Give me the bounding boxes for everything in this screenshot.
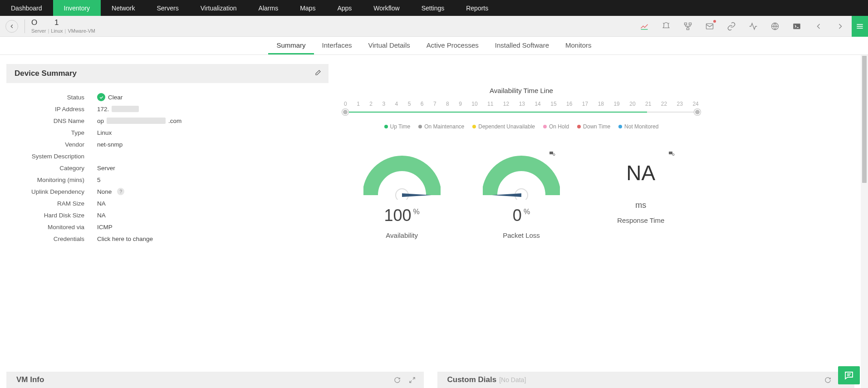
sysdesc-label: System Description bbox=[6, 153, 97, 160]
tab-monitors[interactable]: Monitors bbox=[557, 37, 600, 54]
device-summary-table: StatusClear IP Address172. DNS Nameop.co… bbox=[6, 83, 329, 245]
monitoring-value: 5 bbox=[97, 177, 101, 183]
nav-alarms[interactable]: Alarms bbox=[248, 0, 289, 16]
nav-servers[interactable]: Servers bbox=[146, 0, 189, 16]
refresh-icon[interactable] bbox=[824, 377, 831, 383]
nav-reports[interactable]: Reports bbox=[455, 0, 499, 16]
tick: 4 bbox=[395, 101, 398, 107]
tick: 17 bbox=[582, 101, 588, 107]
nodata-label: [No Data] bbox=[499, 376, 526, 383]
timeline-legend: Up TimeOn MaintenanceDependent Unavailab… bbox=[342, 123, 701, 130]
legend-label: On Maintenance bbox=[424, 123, 464, 130]
nav-apps[interactable]: Apps bbox=[326, 0, 363, 16]
activity-icon[interactable] bbox=[748, 21, 758, 31]
expand-icon[interactable] bbox=[409, 377, 416, 383]
tab-summary[interactable]: Summary bbox=[268, 37, 314, 54]
nav-network[interactable]: Network bbox=[101, 0, 146, 16]
legend-item: On Hold bbox=[543, 123, 569, 130]
legend-dot bbox=[472, 125, 476, 128]
device-title: O 1 bbox=[31, 19, 95, 27]
packetloss-settings-icon[interactable] bbox=[549, 150, 556, 158]
svg-point-17 bbox=[672, 154, 674, 156]
timeline-slider[interactable] bbox=[342, 109, 701, 115]
tab-interfaces[interactable]: Interfaces bbox=[314, 37, 360, 54]
globe-icon[interactable] bbox=[770, 21, 780, 31]
tab-virtual-details[interactable]: Virtual Details bbox=[360, 37, 418, 54]
slider-handle-left[interactable] bbox=[342, 109, 348, 115]
next-icon[interactable] bbox=[835, 21, 845, 31]
packetloss-gauge: 0% Packet Loss bbox=[476, 154, 567, 239]
nav-settings[interactable]: Settings bbox=[411, 0, 456, 16]
mail-icon[interactable] bbox=[705, 21, 715, 31]
tab-active-processes[interactable]: Active Processes bbox=[418, 37, 487, 54]
tick: 12 bbox=[503, 101, 509, 107]
terminal-icon[interactable] bbox=[792, 21, 802, 31]
chart-icon[interactable] bbox=[639, 21, 649, 31]
responsetime-settings-icon[interactable] bbox=[668, 150, 675, 158]
tick: 23 bbox=[677, 101, 683, 107]
packetloss-value: 0 bbox=[513, 206, 522, 225]
dns-label: DNS Name bbox=[6, 118, 97, 124]
tick: 5 bbox=[408, 101, 411, 107]
tick: 18 bbox=[598, 101, 604, 107]
category-label: Category bbox=[6, 165, 97, 172]
device-summary-title: Device Summary bbox=[15, 69, 77, 78]
monvia-label: Monitored via bbox=[6, 224, 97, 231]
type-value: Linux bbox=[97, 129, 112, 136]
back-button[interactable] bbox=[5, 20, 18, 33]
svg-rect-1 bbox=[689, 23, 691, 25]
bell-icon[interactable] bbox=[661, 21, 671, 31]
vm-info-title: VM Info bbox=[16, 375, 44, 384]
help-icon[interactable]: ? bbox=[117, 188, 124, 195]
cred-label: Credentials bbox=[6, 236, 97, 242]
prev-icon[interactable] bbox=[814, 21, 824, 31]
tick: 11 bbox=[487, 101, 493, 107]
dns-suffix: .com bbox=[168, 118, 181, 124]
legend-label: Up Time bbox=[390, 123, 411, 130]
refresh-icon[interactable] bbox=[394, 377, 401, 383]
svg-rect-12 bbox=[549, 152, 553, 154]
legend-label: Not Monitored bbox=[624, 123, 658, 130]
tick: 24 bbox=[692, 101, 698, 107]
availability-unit: % bbox=[413, 208, 420, 216]
edit-icon[interactable] bbox=[314, 69, 321, 78]
ram-label: RAM Size bbox=[6, 200, 97, 207]
status-value: Clear bbox=[108, 94, 123, 101]
hdd-label: Hard Disk Size bbox=[6, 212, 97, 219]
tick: 7 bbox=[433, 101, 436, 107]
link-icon[interactable] bbox=[726, 21, 736, 31]
header-icon-bar bbox=[639, 16, 845, 36]
packetloss-label: Packet Loss bbox=[503, 231, 540, 239]
availability-value: 100 bbox=[384, 206, 412, 225]
legend-item: On Maintenance bbox=[418, 123, 464, 130]
nav-virtualization[interactable]: Virtualization bbox=[190, 0, 248, 16]
ip-value: 172. bbox=[97, 106, 109, 113]
svg-rect-3 bbox=[706, 24, 713, 29]
scrollbar-thumb[interactable] bbox=[862, 56, 867, 183]
slider-handle-right[interactable] bbox=[694, 109, 701, 115]
tick: 13 bbox=[519, 101, 525, 107]
gauge-row: 100% Availability 0% Packet Loss NA ms R… bbox=[342, 154, 701, 239]
detail-tabs: SummaryInterfacesVirtual DetailsActive P… bbox=[0, 37, 868, 55]
menu-button[interactable] bbox=[852, 16, 868, 37]
monvia-value: ICMP bbox=[97, 224, 113, 231]
topology-icon[interactable] bbox=[683, 21, 693, 31]
credentials-link[interactable]: Click here to change bbox=[97, 236, 153, 242]
chat-button[interactable] bbox=[838, 366, 860, 384]
scrollbar[interactable] bbox=[861, 55, 868, 388]
device-header: O 1 Server|Linux|VMware-VM bbox=[0, 16, 868, 37]
availability-gauge: 100% Availability bbox=[357, 154, 447, 239]
nav-maps[interactable]: Maps bbox=[289, 0, 326, 16]
device-summary-header: Device Summary bbox=[6, 64, 329, 83]
tab-installed-software[interactable]: Installed Software bbox=[487, 37, 557, 54]
timeline-ticks: 0123456789101112131415161718192021222324 bbox=[342, 101, 701, 107]
svg-rect-5 bbox=[794, 24, 800, 29]
uplink-value: None bbox=[97, 188, 112, 195]
tick: 1 bbox=[357, 101, 360, 107]
nav-workflow[interactable]: Workflow bbox=[363, 0, 410, 16]
custom-dials-panel-header: Custom Dials[No Data] bbox=[437, 372, 855, 388]
legend-dot bbox=[577, 125, 581, 128]
nav-dashboard[interactable]: Dashboard bbox=[0, 0, 53, 16]
nav-inventory[interactable]: Inventory bbox=[53, 0, 101, 16]
bottom-panels: VM Info Custom Dials[No Data] bbox=[6, 372, 854, 388]
